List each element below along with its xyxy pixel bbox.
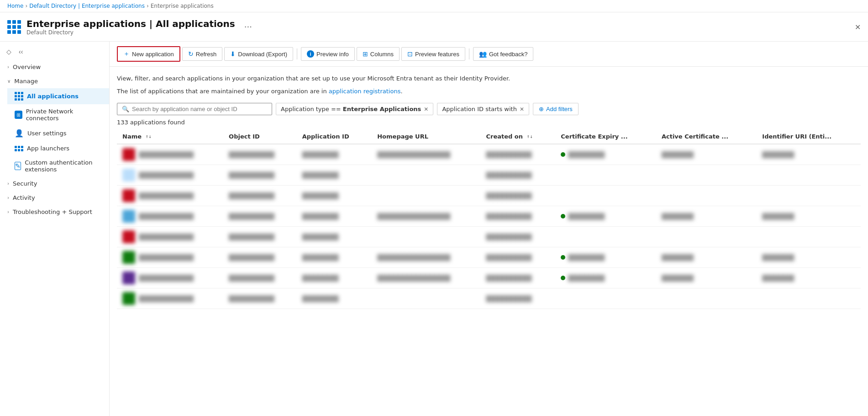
columns-button[interactable]: ⊞ Columns bbox=[357, 47, 400, 61]
sidebar-item-troubleshooting[interactable]: › Troubleshooting + Support bbox=[0, 205, 109, 219]
refresh-button[interactable]: ↻ Refresh bbox=[182, 47, 223, 61]
close-button[interactable]: ✕ bbox=[855, 22, 861, 31]
filter-chip-app-id[interactable]: Application ID starts with ✕ bbox=[437, 103, 529, 115]
cell-name[interactable]: ████████████ bbox=[117, 268, 223, 288]
cell-name[interactable]: ████████████ bbox=[117, 206, 223, 227]
cell-name[interactable]: ████████████ bbox=[117, 144, 223, 165]
breadcrumb: Home › Default Directory | Enterprise ap… bbox=[0, 0, 868, 12]
title-bar: Enterprise applications | All applicatio… bbox=[0, 12, 868, 42]
sidebar-manage-label: Manage bbox=[14, 78, 38, 85]
cell-identifier: ███████ bbox=[757, 144, 861, 165]
cell-object-id: ██████████ bbox=[223, 144, 297, 165]
cell-name[interactable]: ████████████ bbox=[117, 247, 223, 268]
search-icon: 🔍 bbox=[122, 106, 129, 112]
table-row[interactable]: ████████████ ███████████████████████████… bbox=[117, 268, 861, 288]
table-row[interactable]: ████████████ ███████████████████████████… bbox=[117, 288, 861, 309]
sidebar-item-private-network[interactable]: ⊞ Private Network connectors bbox=[7, 104, 109, 125]
download-button[interactable]: ⬇ Download (Export) bbox=[224, 47, 293, 61]
toolbar-divider-1 bbox=[297, 48, 297, 59]
feedback-button[interactable]: 👥 Got feedback? bbox=[473, 47, 534, 61]
cell-active-cert: ███████ bbox=[656, 206, 757, 227]
breadcrumb-home[interactable]: Home bbox=[7, 3, 23, 9]
cell-name[interactable]: ████████████ bbox=[117, 186, 223, 206]
table-row[interactable]: ████████████ ███████████████████████████… bbox=[117, 186, 861, 206]
page-title: Enterprise applications | All applicatio… bbox=[26, 18, 235, 29]
cell-app-id: ████████ bbox=[297, 186, 372, 206]
app-registrations-link[interactable]: application registrations bbox=[329, 88, 401, 95]
description-suffix: . bbox=[400, 88, 402, 95]
col-name[interactable]: Name ↑↓ bbox=[117, 129, 223, 144]
cell-name[interactable]: ████████████ bbox=[117, 165, 223, 186]
search-input[interactable] bbox=[132, 106, 267, 112]
sort-icon-created[interactable]: ↑↓ bbox=[527, 135, 533, 139]
page-subtitle: Default Directory bbox=[26, 29, 235, 36]
sidebar-item-app-launchers[interactable]: App launchers bbox=[7, 141, 109, 155]
cell-app-id: ████████ bbox=[297, 247, 372, 268]
preview-features-button[interactable]: ⊡ Preview features bbox=[401, 47, 465, 61]
col-created-on[interactable]: Created on ↑↓ bbox=[480, 129, 555, 144]
cell-cert-expiry bbox=[555, 288, 656, 309]
add-filters-button[interactable]: ⊕ Add filters bbox=[533, 103, 579, 115]
breadcrumb-dir[interactable]: Default Directory | Enterprise applicati… bbox=[29, 3, 145, 9]
chip-app-id-close[interactable]: ✕ bbox=[520, 106, 524, 112]
sidebar-item-activity[interactable]: › Activity bbox=[0, 191, 109, 205]
app-shell: Home › Default Directory | Enterprise ap… bbox=[0, 0, 868, 416]
sidebar-item-security[interactable]: › Security bbox=[0, 176, 109, 191]
chevron-right-icon-troubleshooting: › bbox=[7, 209, 9, 214]
preview-info-button[interactable]: i Preview info bbox=[301, 47, 355, 61]
people-icon: 👤 bbox=[15, 129, 24, 138]
cell-app-id: ████████ bbox=[297, 288, 372, 309]
feedback-label: Got feedback? bbox=[489, 51, 528, 58]
description-line2: The list of applications that are mainta… bbox=[117, 87, 861, 96]
cell-app-id: ████████ bbox=[297, 227, 372, 247]
download-icon: ⬇ bbox=[230, 50, 236, 58]
cell-homepage: ████████████████ bbox=[372, 268, 480, 288]
chip-app-id-label: Application ID starts with bbox=[442, 106, 517, 112]
columns-icon: ⊞ bbox=[363, 50, 368, 58]
cell-active-cert: ███████ bbox=[656, 247, 757, 268]
table-row[interactable]: ████████████ ███████████████████████████… bbox=[117, 227, 861, 247]
waffle-icon[interactable] bbox=[7, 20, 21, 34]
sidebar-activity-label: Activity bbox=[13, 194, 35, 201]
filter-bar: 🔍 Application type == Enterprise Applica… bbox=[117, 103, 861, 115]
applications-table: Name ↑↓ Object ID Application ID Homepag… bbox=[117, 129, 861, 309]
sidebar-private-network-label: Private Network connectors bbox=[26, 108, 102, 122]
add-filter-label: Add filters bbox=[546, 106, 573, 112]
chip-app-type-close[interactable]: ✕ bbox=[424, 106, 428, 112]
table-row[interactable]: ████████████ ███████████████████████████… bbox=[117, 206, 861, 227]
table-row[interactable]: ████████████ ███████████████████████████… bbox=[117, 144, 861, 165]
cell-created: ██████████ bbox=[480, 165, 555, 186]
cell-cert-expiry: ████████ bbox=[555, 206, 656, 227]
feedback-icon: 👥 bbox=[479, 50, 487, 58]
sidebar-item-user-settings[interactable]: 👤 User settings bbox=[7, 125, 109, 141]
cell-cert-expiry bbox=[555, 186, 656, 206]
cell-active-cert: ███████ bbox=[656, 268, 757, 288]
ellipsis-button[interactable]: ··· bbox=[241, 20, 256, 33]
sidebar-overview-label: Overview bbox=[13, 64, 41, 70]
cell-name[interactable]: ████████████ bbox=[117, 227, 223, 247]
collapse-btn-chevron[interactable]: ‹‹ bbox=[16, 47, 26, 56]
cell-created: ██████████ bbox=[480, 186, 555, 206]
main-layout: ◇ ‹‹ › Overview ∨ Manage bbox=[0, 42, 868, 416]
search-box[interactable]: 🔍 bbox=[117, 103, 272, 115]
sidebar-item-overview[interactable]: › Overview bbox=[0, 60, 109, 74]
sidebar-item-manage[interactable]: ∨ Manage bbox=[0, 74, 109, 88]
info-icon: i bbox=[307, 50, 314, 58]
cell-name[interactable]: ████████████ bbox=[117, 288, 223, 309]
sidebar-item-all-applications[interactable]: All applications bbox=[7, 88, 109, 104]
new-application-button[interactable]: ＋ New application bbox=[117, 46, 180, 62]
cell-created: ██████████ bbox=[480, 227, 555, 247]
collapse-btn-diamond[interactable]: ◇ bbox=[4, 47, 14, 56]
table-header: Name ↑↓ Object ID Application ID Homepag… bbox=[117, 129, 861, 144]
cell-active-cert: ███████ bbox=[656, 144, 757, 165]
sidebar-item-custom-auth[interactable]: ✎ Custom authentication extensions bbox=[7, 155, 109, 176]
filter-chip-app-type[interactable]: Application type == Enterprise Applicati… bbox=[276, 103, 433, 115]
download-label: Download (Export) bbox=[238, 51, 287, 58]
chevron-right-icon-activity: › bbox=[7, 195, 9, 200]
table-row[interactable]: ████████████ ███████████████████████████… bbox=[117, 165, 861, 186]
sort-icon-name[interactable]: ↑↓ bbox=[146, 135, 152, 139]
cell-cert-expiry: ████████ bbox=[555, 144, 656, 165]
cell-cert-expiry: ████████ bbox=[555, 268, 656, 288]
table-row[interactable]: ████████████ ███████████████████████████… bbox=[117, 247, 861, 268]
description-line1: View, filter, and search applications in… bbox=[117, 74, 861, 83]
